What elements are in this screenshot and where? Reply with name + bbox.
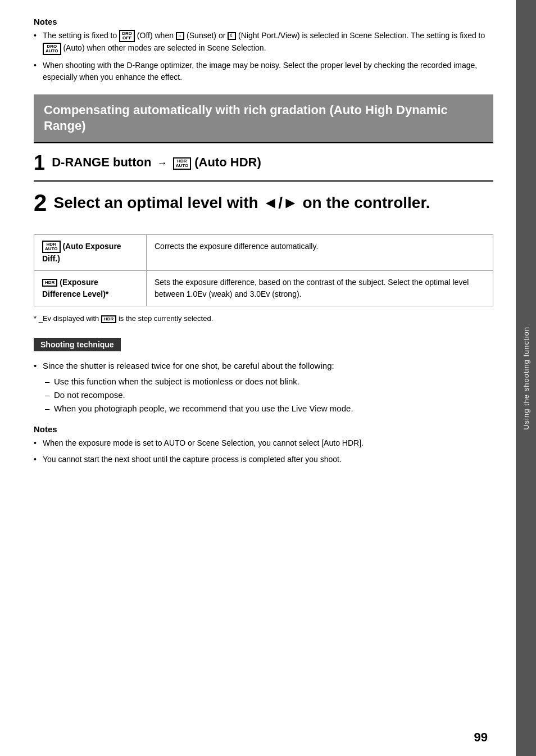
section-header: Compensating automatically with rich gra… (34, 94, 493, 142)
table-cell-desc-1: Corrects the exposure difference automat… (147, 234, 493, 270)
step2: 2 Select an optimal level with ◄/► on th… (34, 182, 493, 225)
bullet-item-1: Since the shutter is released twice for … (34, 359, 493, 415)
sidebar-label: Using the shooting function (522, 327, 530, 430)
dro-off-icon: DROOFF (119, 30, 135, 42)
notes-bottom-section: Notes When the exposure mode is set to A… (34, 424, 493, 465)
arrow-icon: → (157, 157, 167, 169)
hdr-footnote-icon: HDR (101, 315, 116, 323)
sub-item-2: Do not recompose. (43, 388, 493, 402)
sub-item-1: Use this function when the subject is mo… (43, 375, 493, 388)
sub-item-3: When you photograph people, we recommend… (43, 402, 493, 415)
notes-bottom-heading: Notes (34, 424, 493, 434)
night-icon: ☾ (228, 32, 236, 40)
info-table: HDRAUTO (Auto Exposure Diff.) Corrects t… (34, 234, 493, 306)
table-row-1: HDRAUTO (Auto Exposure Diff.) Corrects t… (34, 234, 493, 270)
note-bottom-1: When the exposure mode is set to AUTO or… (34, 437, 493, 449)
sunset-icon: ☼ (176, 32, 184, 40)
hdr-auto-icon: HDRAUTO (173, 157, 192, 170)
bullet-list: Since the shutter is released twice for … (34, 359, 493, 415)
notes-top-list: The setting is fixed to DROOFF (Off) whe… (34, 30, 493, 83)
note-item-2: When shooting with the D-Range optimizer… (34, 60, 493, 83)
main-content: Notes The setting is fixed to DROOFF (Of… (0, 0, 516, 756)
bullet-text-1: Since the shutter is released twice for … (43, 361, 334, 370)
technique-badge: Shooting technique (34, 338, 121, 351)
note-bottom-2: You cannot start the next shoot until th… (34, 454, 493, 465)
notes-top-section: Notes The setting is fixed to DROOFF (Of… (34, 17, 493, 83)
table-row-2: HDR (Exposure Difference Level)* Sets th… (34, 271, 493, 306)
hdr-auto-table-icon: HDRAUTO (42, 241, 61, 253)
table-cell-label-2: HDR (Exposure Difference Level)* (34, 271, 147, 306)
dro-auto-icon: DROAUTO (43, 43, 61, 55)
step1-text: D-RANGE button → HDRAUTO (Auto HDR) (52, 155, 261, 169)
hdr-table-icon: HDR (42, 279, 57, 287)
step2-number: 2 (34, 189, 47, 216)
note-item-1: The setting is fixed to DROOFF (Off) whe… (34, 30, 493, 55)
page-number: 99 (474, 730, 488, 745)
step1-number: 1 (34, 151, 45, 174)
step2-text: Select an optimal level with ◄/► on the … (54, 194, 430, 211)
footnote: * _Ev displayed with HDR is the step cur… (34, 313, 493, 324)
table-cell-desc-2: Sets the exposure difference, based on t… (147, 271, 493, 306)
notes-top-heading: Notes (34, 17, 493, 26)
step1: 1 D-RANGE button → HDRAUTO (Auto HDR) (34, 143, 493, 182)
sub-list: Use this function when the subject is mo… (43, 375, 493, 415)
notes-bottom-list: When the exposure mode is set to AUTO or… (34, 437, 493, 465)
sidebar: Using the shooting function (516, 0, 536, 756)
table-cell-label-1: HDRAUTO (Auto Exposure Diff.) (34, 234, 147, 270)
